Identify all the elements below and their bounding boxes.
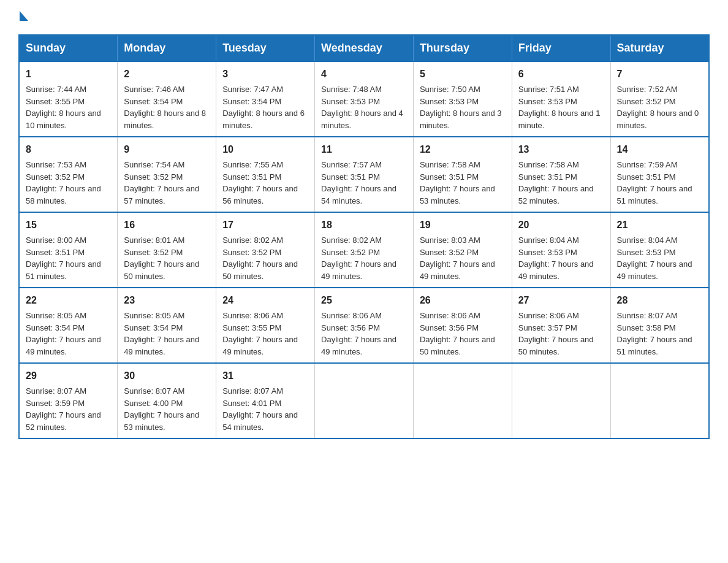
day-number: 15 (26, 218, 111, 232)
calendar-day-cell: 23 Sunrise: 8:05 AM Sunset: 3:54 PM Dayl… (118, 288, 216, 363)
day-daylight: Daylight: 7 hours and 50 minutes. (124, 258, 210, 282)
day-sunrise: Sunrise: 8:05 AM (26, 310, 111, 322)
day-sunset: Sunset: 4:01 PM (222, 397, 308, 410)
calendar-day-cell: 3 Sunrise: 7:47 AM Sunset: 3:54 PM Dayli… (216, 61, 315, 137)
day-sunrise: Sunrise: 7:54 AM (124, 159, 210, 171)
day-number: 8 (26, 142, 111, 157)
day-number: 3 (222, 67, 308, 82)
day-sunset: Sunset: 3:52 PM (617, 96, 702, 108)
calendar-day-cell (413, 363, 512, 439)
day-daylight: Daylight: 8 hours and 8 minutes. (124, 107, 210, 131)
day-sunrise: Sunrise: 8:02 AM (321, 234, 407, 247)
day-daylight: Daylight: 7 hours and 50 minutes. (420, 334, 506, 358)
calendar-day-cell (512, 363, 610, 439)
day-daylight: Daylight: 8 hours and 0 minutes. (617, 107, 702, 131)
day-sunrise: Sunrise: 8:06 AM (222, 310, 308, 322)
day-sunset: Sunset: 3:51 PM (420, 171, 506, 183)
calendar-day-cell: 17 Sunrise: 8:02 AM Sunset: 3:52 PM Dayl… (216, 212, 315, 288)
day-daylight: Daylight: 7 hours and 58 minutes. (26, 183, 111, 207)
day-daylight: Daylight: 7 hours and 50 minutes. (518, 334, 604, 358)
day-number: 16 (124, 218, 210, 232)
day-daylight: Daylight: 7 hours and 57 minutes. (124, 183, 210, 207)
calendar-day-cell: 13 Sunrise: 7:58 AM Sunset: 3:51 PM Dayl… (512, 137, 610, 212)
day-sunset: Sunset: 3:52 PM (420, 247, 506, 259)
day-number: 26 (420, 293, 506, 308)
calendar-day-header: Tuesday (216, 35, 315, 61)
day-number: 1 (26, 67, 111, 82)
day-sunrise: Sunrise: 8:07 AM (617, 310, 702, 322)
calendar-day-header: Thursday (413, 35, 512, 61)
day-sunset: Sunset: 3:53 PM (518, 247, 604, 259)
day-daylight: Daylight: 7 hours and 53 minutes. (124, 409, 210, 433)
day-number: 14 (617, 142, 702, 157)
calendar-day-cell: 2 Sunrise: 7:46 AM Sunset: 3:54 PM Dayli… (118, 61, 216, 137)
day-sunrise: Sunrise: 8:04 AM (617, 234, 702, 247)
day-sunset: Sunset: 3:57 PM (518, 322, 604, 334)
calendar-day-header: Friday (512, 35, 610, 61)
day-sunset: Sunset: 3:52 PM (124, 247, 210, 259)
calendar-day-cell: 1 Sunrise: 7:44 AM Sunset: 3:55 PM Dayli… (19, 61, 118, 137)
logo (18, 12, 28, 22)
day-number: 10 (222, 142, 308, 157)
day-number: 21 (617, 218, 702, 232)
calendar-day-cell: 6 Sunrise: 7:51 AM Sunset: 3:53 PM Dayli… (512, 61, 610, 137)
day-daylight: Daylight: 7 hours and 54 minutes. (222, 409, 308, 433)
day-number: 4 (321, 67, 407, 82)
day-daylight: Daylight: 7 hours and 50 minutes. (222, 258, 308, 282)
day-sunrise: Sunrise: 8:05 AM (124, 310, 210, 322)
day-sunset: Sunset: 3:58 PM (617, 322, 702, 334)
day-sunset: Sunset: 3:51 PM (26, 247, 111, 259)
calendar-week-row: 29 Sunrise: 8:07 AM Sunset: 3:59 PM Dayl… (19, 363, 709, 439)
calendar-day-cell: 28 Sunrise: 8:07 AM Sunset: 3:58 PM Dayl… (610, 288, 709, 363)
day-daylight: Daylight: 8 hours and 1 minute. (518, 107, 604, 131)
day-sunrise: Sunrise: 8:01 AM (124, 234, 210, 247)
day-number: 22 (26, 293, 111, 308)
calendar-day-cell: 21 Sunrise: 8:04 AM Sunset: 3:53 PM Dayl… (610, 212, 709, 288)
day-sunset: Sunset: 3:53 PM (420, 96, 506, 108)
calendar-day-cell: 18 Sunrise: 8:02 AM Sunset: 3:52 PM Dayl… (315, 212, 414, 288)
calendar-day-cell: 12 Sunrise: 7:58 AM Sunset: 3:51 PM Dayl… (413, 137, 512, 212)
calendar-day-cell: 19 Sunrise: 8:03 AM Sunset: 3:52 PM Dayl… (413, 212, 512, 288)
day-number: 31 (222, 369, 308, 383)
day-sunrise: Sunrise: 7:57 AM (321, 159, 407, 171)
calendar-day-cell: 27 Sunrise: 8:06 AM Sunset: 3:57 PM Dayl… (512, 288, 610, 363)
day-sunset: Sunset: 3:56 PM (321, 322, 407, 334)
calendar-day-cell: 14 Sunrise: 7:59 AM Sunset: 3:51 PM Dayl… (610, 137, 709, 212)
calendar-day-cell: 10 Sunrise: 7:55 AM Sunset: 3:51 PM Dayl… (216, 137, 315, 212)
day-daylight: Daylight: 7 hours and 49 minutes. (321, 334, 407, 358)
calendar-day-cell: 29 Sunrise: 8:07 AM Sunset: 3:59 PM Dayl… (19, 363, 118, 439)
day-sunset: Sunset: 3:52 PM (26, 171, 111, 183)
calendar-day-cell: 30 Sunrise: 8:07 AM Sunset: 4:00 PM Dayl… (118, 363, 216, 439)
day-number: 11 (321, 142, 407, 157)
day-daylight: Daylight: 7 hours and 49 minutes. (26, 334, 111, 358)
calendar-day-cell: 9 Sunrise: 7:54 AM Sunset: 3:52 PM Dayli… (118, 137, 216, 212)
calendar-day-cell (610, 363, 709, 439)
day-daylight: Daylight: 7 hours and 49 minutes. (222, 334, 308, 358)
day-number: 28 (617, 293, 702, 308)
calendar-week-row: 22 Sunrise: 8:05 AM Sunset: 3:54 PM Dayl… (19, 288, 709, 363)
day-sunrise: Sunrise: 8:07 AM (222, 385, 308, 397)
logo-triangle-icon (20, 11, 28, 21)
calendar-day-cell: 20 Sunrise: 8:04 AM Sunset: 3:53 PM Dayl… (512, 212, 610, 288)
day-number: 6 (518, 67, 604, 82)
day-number: 5 (420, 67, 506, 82)
day-number: 2 (124, 67, 210, 82)
day-sunset: Sunset: 3:54 PM (222, 96, 308, 108)
day-number: 7 (617, 67, 702, 82)
day-sunrise: Sunrise: 7:46 AM (124, 83, 210, 96)
day-sunset: Sunset: 3:54 PM (124, 322, 210, 334)
day-number: 18 (321, 218, 407, 232)
day-sunrise: Sunrise: 7:52 AM (617, 83, 702, 96)
day-sunrise: Sunrise: 8:06 AM (321, 310, 407, 322)
day-daylight: Daylight: 7 hours and 56 minutes. (222, 183, 308, 207)
day-daylight: Daylight: 8 hours and 4 minutes. (321, 107, 407, 131)
day-sunrise: Sunrise: 8:00 AM (26, 234, 111, 247)
day-sunrise: Sunrise: 7:47 AM (222, 83, 308, 96)
day-daylight: Daylight: 7 hours and 54 minutes. (321, 183, 407, 207)
day-daylight: Daylight: 7 hours and 51 minutes. (26, 258, 111, 282)
day-sunrise: Sunrise: 8:06 AM (420, 310, 506, 322)
calendar-day-cell (315, 363, 414, 439)
day-sunset: Sunset: 3:54 PM (26, 322, 111, 334)
day-sunrise: Sunrise: 7:55 AM (222, 159, 308, 171)
day-sunset: Sunset: 3:51 PM (518, 171, 604, 183)
